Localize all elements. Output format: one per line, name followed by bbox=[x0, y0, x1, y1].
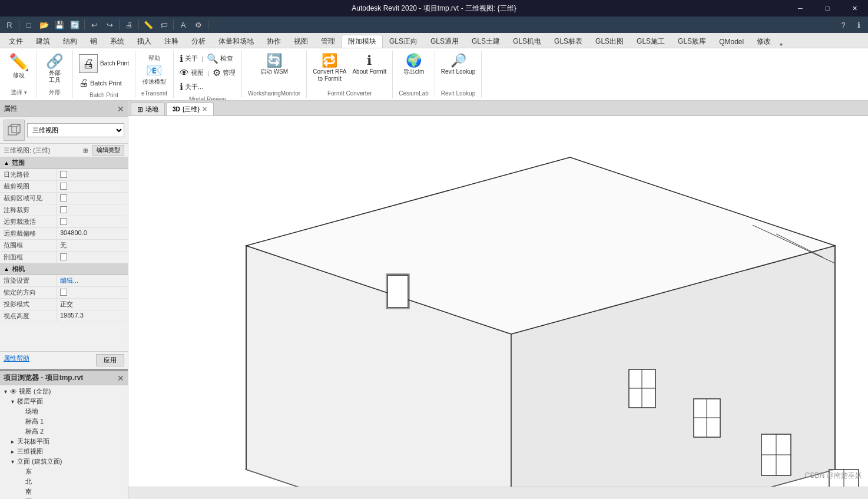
prop-far-clip-offset: 远剪裁偏移 304800.0 bbox=[0, 228, 128, 240]
text-btn[interactable]: A bbox=[176, 18, 190, 32]
section-camera-arrow: ▲ bbox=[4, 266, 9, 272]
external-tools-btn[interactable]: 🔗 外部工具 bbox=[41, 52, 69, 85]
tab-file[interactable]: 文件 bbox=[2, 35, 29, 48]
minimize-btn[interactable]: ─ bbox=[787, 0, 814, 16]
redo-btn[interactable]: ↪ bbox=[102, 18, 117, 32]
tag-btn[interactable]: 🏷 bbox=[157, 18, 171, 32]
tree-west[interactable]: 西 bbox=[0, 497, 128, 499]
tab-collaborate[interactable]: 协作 bbox=[260, 35, 287, 48]
info-btn[interactable]: ℹ bbox=[852, 18, 866, 32]
main-area: 属性 ✕ 三维视图 三维视图: (三维) bbox=[0, 101, 868, 499]
tab-view[interactable]: 视图 bbox=[287, 35, 314, 48]
tab-gls-forward[interactable]: GLS正向 bbox=[383, 35, 424, 48]
section-range[interactable]: ▲ 范围 bbox=[0, 157, 128, 169]
tab-modify[interactable]: 修改 bbox=[750, 35, 777, 48]
sunpath-checkbox[interactable] bbox=[60, 171, 67, 178]
batch-print-sub-btn[interactable]: 🖨 Batch Print bbox=[77, 77, 124, 90]
about-check-btn[interactable]: ℹ 关于 | 🔍 检查 bbox=[177, 52, 236, 65]
view-manage-btn[interactable]: 👁 视图 | ⚙ 管理 bbox=[177, 66, 238, 80]
tab-manage[interactable]: 管理 bbox=[314, 35, 342, 48]
edit-type-btn[interactable]: 编辑类型 bbox=[92, 145, 124, 156]
print-btn[interactable]: 🖨 bbox=[122, 18, 136, 32]
tree-elevations[interactable]: ▾ 立面 (建筑立面) bbox=[0, 457, 128, 467]
tab-gls-common[interactable]: GLS通用 bbox=[424, 35, 465, 48]
etransmit-icon: 📧 bbox=[146, 64, 162, 77]
sync-btn[interactable]: 🔄 bbox=[68, 18, 82, 32]
tab-insert[interactable]: 插入 bbox=[131, 35, 158, 48]
tree-east[interactable]: 东 bbox=[0, 467, 128, 477]
modify-btn[interactable]: ✏️ 修改 bbox=[5, 52, 33, 80]
tab-structure[interactable]: 结构 bbox=[57, 35, 84, 48]
close-btn[interactable]: ✕ bbox=[841, 0, 868, 16]
tab-gls-drawing[interactable]: GLS出图 bbox=[589, 35, 630, 48]
prop-sunpath: 日光路径 bbox=[0, 169, 128, 181]
measure-btn[interactable]: 📏 bbox=[141, 18, 155, 32]
apply-btn[interactable]: 应用 bbox=[96, 354, 124, 366]
properties-close-btn[interactable]: ✕ bbox=[117, 104, 124, 114]
section-camera[interactable]: ▲ 相机 bbox=[0, 263, 128, 275]
about-formit-btn[interactable]: ℹ About FormIt bbox=[350, 52, 389, 77]
tree-south[interactable]: 南 bbox=[0, 487, 128, 497]
undo-btn[interactable]: ↩ bbox=[87, 18, 101, 32]
tab-gls-pile[interactable]: GLS桩表 bbox=[548, 35, 589, 48]
tab-analyze[interactable]: 分析 bbox=[185, 35, 212, 48]
tab-steel[interactable]: 钢 bbox=[84, 35, 104, 48]
export-clm-btn[interactable]: 🌍 导出clm bbox=[400, 52, 428, 77]
prop-scope-box: 范围框 无 bbox=[0, 240, 128, 252]
expand-icon: ⊞ bbox=[83, 147, 88, 154]
revit-lookup-btn[interactable]: 🔎 Revit Lookup bbox=[439, 52, 478, 77]
about-more-btn[interactable]: ℹ 关于... bbox=[177, 80, 206, 94]
tab-gls-civil[interactable]: GLS土建 bbox=[465, 35, 506, 48]
save-btn[interactable]: 💾 bbox=[52, 18, 67, 32]
start-wsm-btn[interactable]: 🔄 启动 WSM bbox=[258, 52, 290, 77]
tree-floor-plans[interactable]: ▾ 楼层平面 bbox=[0, 396, 128, 407]
tab-systems[interactable]: 系统 bbox=[104, 35, 131, 48]
browser-title: 项目浏览器 - 项目tmp.rvt bbox=[4, 373, 83, 383]
tab-3d[interactable]: 3D {三维} ✕ bbox=[166, 103, 214, 115]
help-btn[interactable]: ? bbox=[836, 18, 850, 32]
tab-3d-close[interactable]: ✕ bbox=[202, 105, 207, 113]
tree-ceiling-plans[interactable]: ▸ 天花板平面 bbox=[0, 437, 128, 447]
tab-qmodel[interactable]: QModel bbox=[713, 35, 750, 48]
tree-level1[interactable]: 标高 1 bbox=[0, 417, 128, 427]
tab-gls-construction[interactable]: GLS施工 bbox=[630, 35, 671, 48]
tree-site[interactable]: 场地 bbox=[0, 407, 128, 417]
tree-3d-views[interactable]: ▸ 三维视图 bbox=[0, 447, 128, 457]
far-clip-value: 304800.0 bbox=[57, 228, 128, 239]
crop-visible-checkbox[interactable] bbox=[60, 194, 67, 201]
tree-views-root[interactable]: ▾ 👁 视图 (全部) bbox=[0, 386, 128, 396]
section-box-checkbox[interactable] bbox=[60, 253, 67, 260]
tab-gls-family[interactable]: GLS族库 bbox=[671, 35, 713, 48]
lock-orient-checkbox[interactable] bbox=[60, 289, 67, 296]
convert-rfa-btn[interactable]: 🔁 Convert RFAto FormIt bbox=[310, 52, 349, 84]
new-btn[interactable]: □ bbox=[22, 18, 36, 32]
maximize-btn[interactable]: □ bbox=[814, 0, 841, 16]
transmit-model-btn[interactable]: 帮助 📧 传送模型 bbox=[140, 52, 168, 87]
tab-architecture[interactable]: 建筑 bbox=[29, 35, 57, 48]
3d-canvas[interactable]: CSDN @南楚巫妖 bbox=[128, 116, 868, 487]
tab-site[interactable]: ⊞ 场地 bbox=[131, 103, 165, 115]
crop-view-checkbox[interactable] bbox=[60, 183, 67, 190]
properties-help-link[interactable]: 属性帮助 bbox=[4, 354, 29, 366]
svg-rect-0 bbox=[8, 127, 16, 135]
svg-rect-13 bbox=[387, 275, 408, 308]
tab-annotate[interactable]: 注释 bbox=[158, 35, 185, 48]
batch-print-group-label: Batch Print bbox=[87, 91, 121, 100]
projection-mode-value: 正交 bbox=[57, 299, 128, 310]
tab-addins[interactable]: 附加模块 bbox=[342, 35, 383, 48]
tab-massing[interactable]: 体量和场地 bbox=[212, 35, 260, 48]
settings-btn[interactable]: ⚙ bbox=[191, 18, 206, 32]
far-clip-checkbox[interactable] bbox=[60, 218, 67, 225]
tree-north[interactable]: 北 bbox=[0, 477, 128, 487]
revit-logo-btn[interactable]: R bbox=[2, 18, 16, 32]
tab-gls-mep[interactable]: GLS机电 bbox=[506, 35, 548, 48]
browser-close-btn[interactable]: ✕ bbox=[117, 374, 124, 383]
tree-level2[interactable]: 标高 2 bbox=[0, 427, 128, 437]
annotation-crop-checkbox[interactable] bbox=[60, 206, 67, 213]
open-btn[interactable]: 📂 bbox=[37, 18, 51, 32]
type-dropdown[interactable]: 三维视图 bbox=[27, 123, 124, 137]
ribbon-expand-btn[interactable]: ▾ bbox=[780, 41, 783, 48]
batch-print-main-btn[interactable]: 🖨 Batch Print bbox=[77, 52, 131, 74]
viewport-area: ⊞ 场地 3D {三维} ✕ bbox=[128, 101, 868, 499]
render-settings-link[interactable]: 编辑... bbox=[60, 277, 78, 284]
